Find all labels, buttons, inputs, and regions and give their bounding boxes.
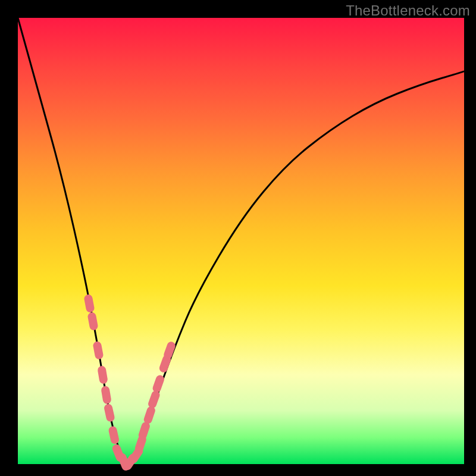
curve-marker: [92, 341, 104, 360]
curve-marker: [101, 386, 112, 405]
curve-marker: [87, 312, 98, 331]
curve-marker: [143, 405, 156, 425]
curve-marker: [104, 403, 115, 422]
watermark-text: TheBottleneck.com: [346, 2, 470, 19]
curve-marker: [147, 390, 161, 409]
chart-area: [18, 18, 464, 464]
curve-marker: [152, 374, 165, 394]
curve-marker: [97, 365, 108, 384]
bottleneck-curve-path: [18, 18, 464, 464]
marker-group: [83, 294, 176, 472]
bottleneck-chart-svg: [18, 18, 464, 464]
curve-marker: [137, 421, 151, 440]
curve-marker: [83, 294, 95, 313]
curve-marker: [108, 425, 120, 444]
